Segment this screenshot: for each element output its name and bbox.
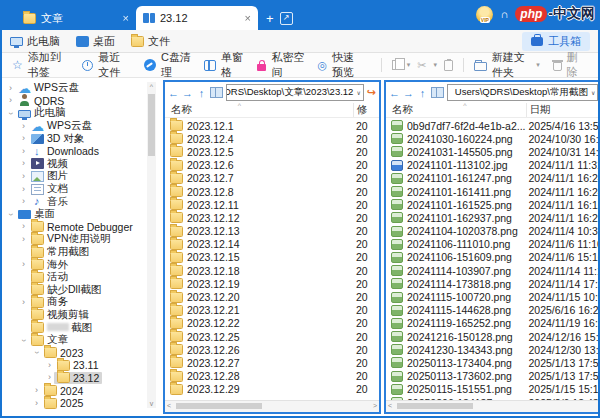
new-tab-button[interactable]: + bbox=[266, 11, 274, 26]
add-bookmark-button[interactable]: ☆ 添加到书签 bbox=[12, 50, 69, 80]
tree-item[interactable]: 视频剪辑 bbox=[4, 309, 160, 322]
folder-row[interactable]: 2023.12.1220 bbox=[165, 211, 379, 224]
quick-files[interactable]: 文件 bbox=[131, 34, 170, 49]
quick-desktop[interactable]: 桌面 bbox=[76, 34, 115, 49]
recent-files-button[interactable]: 最近文件 bbox=[82, 50, 131, 80]
tree-item[interactable]: ›2024 bbox=[4, 384, 160, 397]
expand-icon[interactable]: › bbox=[19, 134, 28, 143]
forward-icon[interactable]: → bbox=[403, 87, 414, 99]
up-icon[interactable]: ↑ bbox=[417, 87, 428, 99]
file-row[interactable]: 20241114-173818.png2024/11/14 17:39 bbox=[386, 277, 600, 290]
folder-row[interactable]: 2023.12.820 bbox=[165, 185, 379, 198]
folder-row[interactable]: 2023.12.520 bbox=[165, 145, 379, 158]
file-row[interactable]: 20241114-103907.png2024/11/14 11:12 bbox=[386, 264, 600, 277]
file-row[interactable]: 20241119-165252.png2024/11/19 16:54 bbox=[386, 317, 600, 330]
file-row[interactable]: 20241030-160224.png2024/10/30 16:02 bbox=[386, 132, 600, 145]
jump-to-icon[interactable]: ↪ bbox=[367, 86, 376, 99]
expand-icon[interactable]: › bbox=[32, 386, 41, 395]
vip-avatar[interactable]: VIP bbox=[476, 6, 493, 23]
tree-item-target[interactable]: 2023 bbox=[41, 347, 86, 359]
close-tab-icon[interactable]: × bbox=[123, 12, 129, 24]
tree-item[interactable]: ›海外 bbox=[4, 258, 160, 271]
new-folder-button[interactable]: 新建文件夹 ▾ bbox=[474, 50, 540, 80]
collapse-icon[interactable]: › bbox=[32, 348, 41, 357]
expand-icon[interactable]: › bbox=[19, 298, 28, 307]
tree-item[interactable]: ›VPN使用说明 bbox=[4, 233, 160, 246]
delete-button[interactable]: 删除 bbox=[553, 50, 582, 80]
private-space-button[interactable]: 私密空间 bbox=[257, 50, 304, 80]
file-row[interactable]: 20250113-173602.png2025/1/13 17:50 bbox=[386, 370, 600, 383]
tree-item-target[interactable]: WPS云盘 bbox=[15, 81, 82, 95]
folder-row[interactable]: 2023.12.2020 bbox=[165, 290, 379, 303]
middle-address-bar[interactable]: QDRS\Desktop\文章\2023\23.12 ∨ bbox=[226, 84, 364, 101]
file-row[interactable]: 20241101-161525.png2024/11/1 16:15 bbox=[386, 198, 600, 211]
tree-item[interactable]: ›文档 bbox=[4, 183, 160, 196]
back-icon[interactable]: ← bbox=[168, 87, 179, 99]
right-address-bar[interactable]: Users\QDRS\Desktop\常用截图 ∨ bbox=[447, 84, 598, 101]
folder-row[interactable]: 2023.12.2620 bbox=[165, 343, 379, 356]
tree-item[interactable]: ›Remote Debugger bbox=[4, 221, 160, 234]
file-row[interactable]: 20241104-1020378.png2024/11/4 10:31 bbox=[386, 225, 600, 238]
file-row[interactable]: 20241106-111010.png2024/11/6 11:10 bbox=[386, 238, 600, 251]
tree-item[interactable]: 截图 bbox=[4, 321, 160, 334]
tree-item[interactable]: 活动 bbox=[4, 271, 160, 284]
expand-icon[interactable]: › bbox=[6, 96, 15, 105]
collapse-icon[interactable]: › bbox=[6, 109, 15, 118]
tree-item[interactable]: ›桌面 bbox=[4, 208, 160, 221]
close-tab-icon[interactable]: × bbox=[245, 12, 251, 24]
tree-item[interactable]: ›3D 对象 bbox=[4, 132, 160, 145]
expand-icon[interactable]: › bbox=[45, 361, 54, 370]
tree-item[interactable]: 常用截图 bbox=[4, 246, 160, 259]
file-row[interactable]: 20241101-161411.png2024/11/1 16:24 bbox=[386, 185, 600, 198]
tree-item[interactable]: ›文章 bbox=[4, 334, 160, 347]
file-row[interactable]: 20241115-144628.png2025/6/16 16:28 bbox=[386, 304, 600, 317]
pane-view-icon[interactable] bbox=[431, 87, 444, 98]
tree-item[interactable]: ›视频 bbox=[4, 158, 160, 171]
file-row[interactable]: 20241230-134343.png2024/12/30 13:43 bbox=[386, 343, 600, 356]
tree-vertical-scrollbar[interactable]: ^ v bbox=[147, 82, 156, 408]
folder-row[interactable]: 2023.12.1320 bbox=[165, 225, 379, 238]
folder-row[interactable]: 2023.12.1420 bbox=[165, 238, 379, 251]
folder-row[interactable]: 2023.12.420 bbox=[165, 132, 379, 145]
tab-2312[interactable]: 23.12 × bbox=[136, 6, 258, 30]
right-horizontal-scrollbar[interactable]: < > bbox=[386, 400, 600, 412]
tree-item[interactable]: ›QDRS bbox=[4, 95, 160, 108]
expand-icon[interactable]: › bbox=[19, 222, 28, 231]
cut-dropdown-icon[interactable]: ▾ bbox=[433, 61, 437, 69]
file-row[interactable]: 20250113-173404.png2025/1/13 17:50 bbox=[386, 356, 600, 369]
tree-item[interactable]: ›WPS云盘 bbox=[4, 82, 160, 95]
folder-row[interactable]: 2023.12.2520 bbox=[165, 330, 379, 343]
folder-row[interactable]: 2023.12.720 bbox=[165, 172, 379, 185]
scrollbar-thumb[interactable] bbox=[176, 403, 262, 409]
collapse-icon[interactable]: › bbox=[19, 336, 28, 345]
quick-preview-button[interactable]: ◎ 快速预览 bbox=[317, 50, 364, 80]
tree-item[interactable]: ›23.11 bbox=[4, 359, 160, 372]
folder-row[interactable]: 2023.12.2720 bbox=[165, 356, 379, 369]
folder-row[interactable]: 2023.12.2820 bbox=[165, 370, 379, 383]
folder-row[interactable]: 2023.12.1520 bbox=[165, 251, 379, 264]
folder-row[interactable]: 2023.12.2920 bbox=[165, 383, 379, 396]
file-row[interactable]: 0b9d7df7-6f2d-4e1b-a2...2025/4/16 13:50 bbox=[386, 119, 600, 132]
file-row[interactable]: 20241115-100720.png2024/11/15 10:07 bbox=[386, 290, 600, 303]
tab-wenzhang[interactable]: 文章 × bbox=[16, 6, 136, 30]
forward-icon[interactable]: → bbox=[182, 87, 193, 99]
tree-item-target[interactable]: 2025 bbox=[41, 397, 86, 409]
address-dropdown-icon[interactable]: ∨ bbox=[356, 89, 360, 96]
folder-row[interactable]: 2023.12.1820 bbox=[165, 264, 379, 277]
file-row[interactable]: 20241101-162937.png2024/11/1 16:29 bbox=[386, 211, 600, 224]
expand-icon[interactable]: › bbox=[19, 197, 28, 206]
paste-icon[interactable] bbox=[444, 60, 453, 71]
middle-horizontal-scrollbar[interactable]: < > bbox=[165, 400, 379, 412]
expand-icon[interactable]: › bbox=[45, 373, 54, 382]
tree-item[interactable]: ›2025 bbox=[4, 397, 160, 410]
tree-item[interactable]: ›Downloads bbox=[4, 145, 160, 158]
back-icon[interactable]: ← bbox=[389, 87, 400, 99]
file-row[interactable]: 20241216-150128.png2024/12/16 15:01 bbox=[386, 330, 600, 343]
folder-row[interactable]: 2023.12.2120 bbox=[165, 304, 379, 317]
cut-icon[interactable]: ✂ bbox=[417, 60, 426, 71]
folder-row[interactable]: 2023.12.1920 bbox=[165, 277, 379, 290]
expand-icon[interactable]: › bbox=[6, 84, 15, 93]
folder-row[interactable]: 2023.12.620 bbox=[165, 159, 379, 172]
scroll-up-icon[interactable]: ^ bbox=[147, 82, 156, 91]
scroll-right-icon[interactable]: > bbox=[373, 402, 377, 409]
